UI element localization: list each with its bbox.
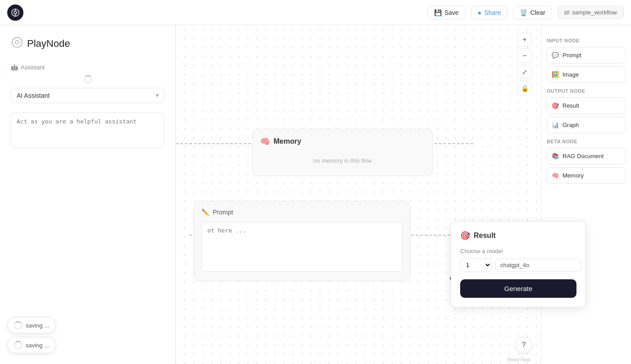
status-badges: saving ... saving ... <box>7 317 56 353</box>
zoom-out-icon: − <box>522 52 526 60</box>
generate-label: Generate <box>504 285 533 292</box>
svg-point-1 <box>14 11 17 14</box>
right-panel: Input node 💬 Prompt 🖼️ Image Output node… <box>541 25 631 364</box>
saving-label-2: saving ... <box>26 342 49 349</box>
system-prompt-section <box>11 112 165 150</box>
image-item-label: Image <box>562 71 579 78</box>
memory-node-icon: 🧠 <box>260 136 270 146</box>
result-popup: 🎯 Result Choose a model 1 Generate <box>451 221 586 307</box>
clear-label: Clear <box>530 9 545 16</box>
memory-empty-message: no memory in this flow <box>260 153 425 168</box>
right-panel-memory[interactable]: 🧠 Memory <box>547 167 626 184</box>
right-panel-prompt[interactable]: 💬 Prompt <box>547 47 626 64</box>
saving-spinner-1 <box>14 321 22 329</box>
memory-item-label: Memory <box>562 172 584 179</box>
help-button[interactable]: ? <box>516 337 532 353</box>
canvas-area: PlayNode 🤖 Assistant AI Assistant ▼ <box>0 25 631 364</box>
zoom-out-button[interactable]: − <box>517 49 532 63</box>
model-row: 1 <box>460 258 576 272</box>
save-label: Save <box>444 9 459 16</box>
prompt-textarea[interactable] <box>201 222 402 272</box>
loading-spinner-container <box>11 75 165 83</box>
zoom-in-button[interactable]: + <box>517 32 532 47</box>
save-button[interactable]: 💾 Save <box>427 6 466 19</box>
react-flow-label: React Flow <box>508 357 530 362</box>
status-badge-1: saving ... <box>7 317 56 333</box>
memory-item-icon: 🧠 <box>552 172 559 179</box>
logo-text: PlayNode <box>27 38 70 50</box>
system-prompt-textarea[interactable] <box>11 112 165 148</box>
memory-node-title: Memory <box>274 137 301 146</box>
right-panel-image[interactable]: 🖼️ Image <box>547 66 626 83</box>
svg-point-5 <box>15 41 19 44</box>
prompt-node: ✏️ Prompt <box>194 201 410 281</box>
image-item-icon: 🖼️ <box>552 71 559 78</box>
status-badge-2: saving ... <box>7 337 56 353</box>
workflow-id: id: sample_workflow <box>558 6 624 19</box>
result-icon: 🎯 <box>460 231 470 241</box>
rag-item-label: RAG Document <box>562 153 604 159</box>
svg-point-4 <box>12 37 22 47</box>
result-item-icon: 🎯 <box>552 102 559 109</box>
result-item-label: Result <box>562 102 579 109</box>
share-button[interactable]: ● Share <box>471 6 508 19</box>
zoom-icon-row: + − ⤢ 🔒 <box>517 32 532 96</box>
left-panel: PlayNode 🤖 Assistant AI Assistant ▼ <box>0 25 176 364</box>
lock-icon: 🔒 <box>521 85 529 92</box>
graph-item-label: Graph <box>562 122 579 128</box>
assistant-icon: 🤖 <box>11 64 18 71</box>
model-name-input[interactable] <box>495 259 581 272</box>
graph-item-icon: 📊 <box>552 122 559 128</box>
prompt-item-icon: 💬 <box>552 52 559 59</box>
clear-icon: 🗑️ <box>520 9 527 16</box>
assistant-spinner <box>84 75 92 83</box>
output-node-label: Output node <box>547 88 626 94</box>
fullscreen-button[interactable]: ⤢ <box>517 65 532 79</box>
assistant-section: 🤖 Assistant AI Assistant ▼ <box>11 64 165 103</box>
share-label: Share <box>484 9 501 16</box>
memory-node: 🧠 Memory no memory in this flow <box>252 129 433 176</box>
result-model-label: Choose a model <box>460 248 576 255</box>
fullscreen-icon: ⤢ <box>522 68 527 76</box>
result-title: Result <box>474 232 496 240</box>
right-panel-graph[interactable]: 📊 Graph <box>547 117 626 133</box>
beta-node-label: Beta node <box>547 139 626 144</box>
model-count-select[interactable]: 1 <box>460 258 492 272</box>
prompt-node-header: ✏️ Prompt <box>201 209 402 216</box>
zoom-in-icon: + <box>522 36 526 44</box>
saving-spinner-2 <box>14 341 22 349</box>
saving-label-1: saving ... <box>26 322 49 329</box>
clear-button[interactable]: 🗑️ Clear <box>513 6 552 19</box>
share-icon: ● <box>478 9 481 16</box>
right-panel-rag[interactable]: 📚 RAG Document <box>547 148 626 164</box>
panel-logo: PlayNode <box>11 36 165 51</box>
right-panel-result[interactable]: 🎯 Result <box>547 97 626 114</box>
assistant-select[interactable]: AI Assistant <box>11 88 165 103</box>
app-logo <box>7 5 23 21</box>
toolbar: 💾 Save ● Share 🗑️ Clear id: sample_workf… <box>0 0 631 25</box>
prompt-item-label: Prompt <box>562 52 581 59</box>
save-icon: 💾 <box>434 9 442 16</box>
memory-node-header: 🧠 Memory <box>260 136 425 146</box>
logo-icon <box>11 36 23 51</box>
generate-button[interactable]: Generate <box>460 279 576 298</box>
result-popup-header: 🎯 Result <box>460 231 576 241</box>
zoom-controls: + − ⤢ 🔒 <box>517 32 532 96</box>
prompt-edit-icon: ✏️ <box>201 209 209 216</box>
lock-button[interactable]: 🔒 <box>517 81 532 96</box>
rag-item-icon: 📚 <box>552 153 559 159</box>
assistant-label: 🤖 Assistant <box>11 64 165 71</box>
help-icon: ? <box>522 341 526 349</box>
assistant-select-wrapper: AI Assistant ▼ <box>11 88 165 103</box>
prompt-node-label: Prompt <box>213 209 233 216</box>
input-node-label: Input node <box>547 38 626 43</box>
